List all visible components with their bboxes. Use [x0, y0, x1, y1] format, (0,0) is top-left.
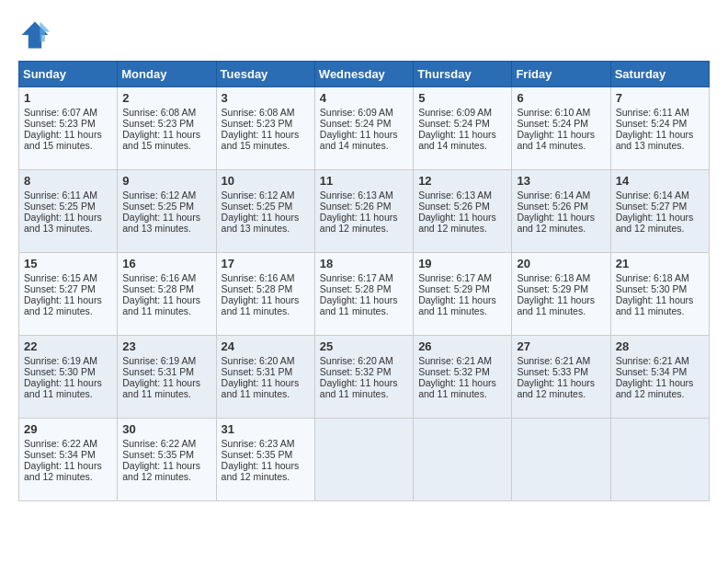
daylight: Daylight: 11 hours and 12 minutes. — [517, 377, 595, 399]
sunrise: Sunrise: 6:14 AM — [517, 190, 590, 201]
daylight: Daylight: 11 hours and 11 minutes. — [418, 294, 496, 316]
header-cell-thursday: Thursday — [414, 62, 512, 87]
day-cell: 7Sunrise: 6:11 AMSunset: 5:24 PMDaylight… — [610, 87, 709, 170]
header-row: SundayMondayTuesdayWednesdayThursdayFrid… — [19, 62, 710, 87]
sunrise: Sunrise: 6:08 AM — [222, 107, 295, 118]
day-number: 6 — [517, 91, 605, 105]
sunrise: Sunrise: 6:19 AM — [122, 355, 196, 366]
header-cell-wednesday: Wednesday — [314, 62, 413, 87]
sunset: Sunset: 5:29 PM — [418, 283, 490, 294]
week-row-2: 8Sunrise: 6:11 AMSunset: 5:25 PMDaylight… — [19, 170, 710, 253]
daylight: Daylight: 11 hours and 14 minutes. — [517, 129, 595, 151]
sunrise: Sunrise: 6:09 AM — [320, 107, 393, 118]
sunset: Sunset: 5:25 PM — [24, 201, 96, 212]
calendar-header: SundayMondayTuesdayWednesdayThursdayFrid… — [19, 62, 710, 87]
day-cell: 6Sunrise: 6:10 AMSunset: 5:24 PMDaylight… — [512, 87, 610, 170]
daylight: Daylight: 11 hours and 11 minutes. — [122, 377, 200, 399]
daylight: Daylight: 11 hours and 12 minutes. — [616, 212, 694, 234]
header-cell-saturday: Saturday — [610, 62, 709, 87]
sunrise: Sunrise: 6:12 AM — [122, 190, 196, 201]
sunrise: Sunrise: 6:16 AM — [222, 272, 295, 283]
day-number: 17 — [222, 257, 310, 270]
day-cell: 12Sunrise: 6:13 AMSunset: 5:26 PMDayligh… — [414, 170, 512, 253]
sunset: Sunset: 5:30 PM — [24, 366, 96, 377]
daylight: Daylight: 11 hours and 12 minutes. — [320, 212, 398, 234]
sunset: Sunset: 5:29 PM — [517, 283, 588, 294]
day-number: 5 — [418, 91, 506, 105]
sunset: Sunset: 5:28 PM — [122, 283, 194, 294]
day-cell: 21Sunrise: 6:18 AMSunset: 5:30 PMDayligh… — [610, 253, 709, 336]
day-cell: 29Sunrise: 6:22 AMSunset: 5:34 PMDayligh… — [19, 419, 118, 501]
day-number: 27 — [517, 339, 605, 353]
daylight: Daylight: 11 hours and 13 minutes. — [24, 212, 102, 234]
day-number: 21 — [616, 257, 704, 270]
day-cell: 17Sunrise: 6:16 AMSunset: 5:28 PMDayligh… — [216, 253, 314, 336]
day-number: 11 — [320, 174, 408, 188]
sunrise: Sunrise: 6:21 AM — [616, 355, 689, 366]
day-cell: 15Sunrise: 6:15 AMSunset: 5:27 PMDayligh… — [19, 253, 118, 336]
sunrise: Sunrise: 6:08 AM — [122, 107, 196, 118]
day-cell — [610, 419, 709, 501]
day-number: 16 — [122, 257, 210, 270]
calendar-table: SundayMondayTuesdayWednesdayThursdayFrid… — [18, 61, 710, 501]
day-number: 31 — [222, 422, 310, 436]
sunrise: Sunrise: 6:17 AM — [418, 272, 492, 283]
logo-icon — [18, 18, 51, 52]
sunset: Sunset: 5:23 PM — [122, 118, 194, 129]
daylight: Daylight: 11 hours and 11 minutes. — [222, 377, 300, 399]
day-cell: 31Sunrise: 6:23 AMSunset: 5:35 PMDayligh… — [216, 419, 314, 501]
day-cell: 25Sunrise: 6:20 AMSunset: 5:32 PMDayligh… — [314, 336, 413, 419]
daylight: Daylight: 11 hours and 15 minutes. — [122, 129, 200, 151]
day-cell: 2Sunrise: 6:08 AMSunset: 5:23 PMDaylight… — [118, 87, 216, 170]
daylight: Daylight: 11 hours and 13 minutes. — [122, 212, 200, 234]
day-cell: 18Sunrise: 6:17 AMSunset: 5:28 PMDayligh… — [314, 253, 413, 336]
sunrise: Sunrise: 6:20 AM — [222, 355, 295, 366]
header-cell-friday: Friday — [512, 62, 610, 87]
daylight: Daylight: 11 hours and 12 minutes. — [24, 460, 102, 482]
day-cell: 1Sunrise: 6:07 AMSunset: 5:23 PMDaylight… — [19, 87, 118, 170]
day-number: 3 — [222, 91, 310, 105]
calendar-body: 1Sunrise: 6:07 AMSunset: 5:23 PMDaylight… — [19, 87, 710, 501]
sunset: Sunset: 5:26 PM — [517, 201, 588, 212]
sunrise: Sunrise: 6:19 AM — [24, 355, 97, 366]
sunrise: Sunrise: 6:22 AM — [122, 438, 196, 449]
daylight: Daylight: 11 hours and 15 minutes. — [24, 129, 102, 151]
sunset: Sunset: 5:34 PM — [616, 366, 688, 377]
daylight: Daylight: 11 hours and 15 minutes. — [222, 129, 300, 151]
day-cell: 28Sunrise: 6:21 AMSunset: 5:34 PMDayligh… — [610, 336, 709, 419]
day-number: 28 — [616, 339, 704, 353]
day-number: 25 — [320, 339, 408, 353]
sunset: Sunset: 5:30 PM — [616, 283, 688, 294]
day-number: 15 — [24, 257, 112, 270]
daylight: Daylight: 11 hours and 12 minutes. — [122, 460, 200, 482]
sunset: Sunset: 5:25 PM — [222, 201, 293, 212]
sunrise: Sunrise: 6:13 AM — [418, 190, 492, 201]
sunset: Sunset: 5:31 PM — [122, 366, 194, 377]
sunset: Sunset: 5:32 PM — [320, 366, 392, 377]
day-number: 1 — [24, 91, 112, 105]
sunrise: Sunrise: 6:22 AM — [24, 438, 97, 449]
day-number: 30 — [122, 422, 210, 436]
sunset: Sunset: 5:24 PM — [320, 118, 392, 129]
daylight: Daylight: 11 hours and 11 minutes. — [24, 377, 102, 399]
sunset: Sunset: 5:26 PM — [320, 201, 392, 212]
day-cell — [314, 419, 413, 501]
sunrise: Sunrise: 6:15 AM — [24, 272, 97, 283]
day-number: 23 — [122, 339, 210, 353]
day-cell: 3Sunrise: 6:08 AMSunset: 5:23 PMDaylight… — [216, 87, 314, 170]
day-cell: 5Sunrise: 6:09 AMSunset: 5:24 PMDaylight… — [414, 87, 512, 170]
day-cell: 14Sunrise: 6:14 AMSunset: 5:27 PMDayligh… — [610, 170, 709, 253]
day-cell: 26Sunrise: 6:21 AMSunset: 5:32 PMDayligh… — [414, 336, 512, 419]
sunset: Sunset: 5:33 PM — [517, 366, 588, 377]
daylight: Daylight: 11 hours and 13 minutes. — [616, 129, 694, 151]
daylight: Daylight: 11 hours and 11 minutes. — [320, 294, 398, 316]
sunrise: Sunrise: 6:16 AM — [122, 272, 196, 283]
header-cell-sunday: Sunday — [19, 62, 118, 87]
sunrise: Sunrise: 6:23 AM — [222, 438, 295, 449]
day-cell: 4Sunrise: 6:09 AMSunset: 5:24 PMDaylight… — [314, 87, 413, 170]
week-row-5: 29Sunrise: 6:22 AMSunset: 5:34 PMDayligh… — [19, 419, 710, 501]
day-cell: 20Sunrise: 6:18 AMSunset: 5:29 PMDayligh… — [512, 253, 610, 336]
day-cell: 24Sunrise: 6:20 AMSunset: 5:31 PMDayligh… — [216, 336, 314, 419]
day-cell: 9Sunrise: 6:12 AMSunset: 5:25 PMDaylight… — [118, 170, 216, 253]
sunset: Sunset: 5:27 PM — [24, 283, 96, 294]
